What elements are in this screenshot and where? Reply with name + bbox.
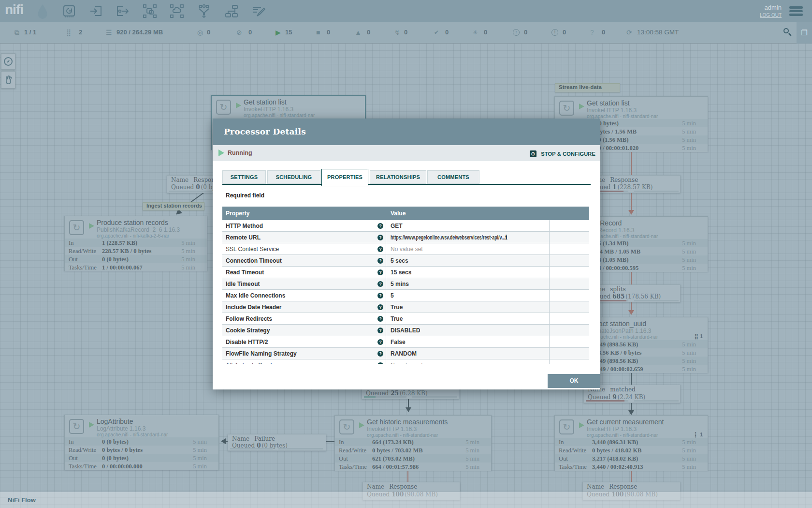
question-icon: ? — [590, 29, 594, 36]
list-icon: ☰ — [106, 29, 112, 36]
property-row-disable-http2: Disable HTTP/2?False — [222, 336, 589, 348]
connection-failure[interactable]: NameFailure Queued0(0 bytes) — [228, 434, 326, 451]
processor-icon: ↻ — [216, 100, 231, 115]
tab-scheduling[interactable]: SCHEDULING — [267, 170, 320, 184]
gear-icon: ⚙ — [530, 150, 536, 157]
help-icon[interactable]: ? — [377, 281, 383, 287]
property-row-follow-redirects: Follow Redirects?True — [222, 313, 589, 325]
running-status-text: Running — [228, 149, 252, 156]
tab-underline — [222, 184, 591, 185]
help-icon[interactable]: ? — [377, 235, 383, 240]
running-icon — [579, 104, 584, 109]
running-status-icon — [218, 149, 224, 156]
processor-get-current-measurement[interactable]: ↻ Get current measurement InvokeHTTP 1.1… — [554, 415, 708, 470]
label-stream-live-data[interactable]: Stream live-data — [555, 83, 620, 92]
property-row-http-method: HTTP Method?GET — [222, 220, 589, 232]
processor-log-attribute[interactable]: ↻ LogAttribute LogAttribute 1.16.3 org.a… — [64, 415, 219, 470]
label-text: Ingest station records — [146, 203, 202, 209]
running-icon: ▶ — [276, 29, 281, 36]
operate-palette[interactable] — [1, 71, 15, 89]
running-icon — [579, 422, 584, 428]
help-icon[interactable]: ? — [377, 223, 383, 229]
property-row-idle-timeout: Idle Timeout?5 mins — [222, 278, 589, 290]
transmitting-icon: ◎ — [197, 29, 203, 36]
tab-properties[interactable]: PROPERTIES — [321, 169, 368, 186]
label-component-icon[interactable] — [252, 4, 265, 18]
processor-icon: ↻ — [339, 419, 354, 434]
output-port-component-icon[interactable] — [116, 4, 130, 18]
nifi-drop-icon — [37, 4, 48, 19]
help-icon[interactable]: ? — [377, 269, 383, 275]
check-icon: ✔ — [434, 29, 439, 36]
tasks-badge: ⡇ 1 — [695, 432, 703, 438]
exclamation-circle-icon: ! — [551, 29, 558, 36]
asterisk-icon: ✳ — [473, 29, 478, 36]
footer-bar: NiFi Flow — [0, 492, 812, 508]
stop-and-configure-button[interactable]: ⚙ STOP & CONFIGURE — [530, 149, 595, 157]
label-text: Stream live-data — [559, 84, 602, 90]
tab-settings[interactable]: SETTINGS — [222, 170, 266, 184]
property-row-flowfile-naming: FlowFile Naming Strategy?RANDOM — [222, 348, 589, 359]
help-icon[interactable]: ? — [377, 258, 383, 264]
help-icon[interactable]: ? — [377, 351, 383, 357]
birdseye-icon — [3, 57, 13, 66]
help-icon[interactable]: ? — [377, 328, 383, 333]
property-row-include-date-header: Include Date Header?True — [222, 301, 589, 313]
processor-icon: ↻ — [559, 419, 574, 434]
logout-link[interactable]: LOG OUT — [760, 13, 782, 18]
property-row-cookie-strategy: Cookie Strategy?DISABLED — [222, 325, 589, 336]
help-icon[interactable]: ? — [377, 339, 383, 345]
table-header: Property Value — [222, 207, 589, 220]
arrow-up-circle-icon: ↑ — [513, 29, 520, 36]
tab-relationships[interactable]: RELATIONSHIPS — [370, 170, 426, 184]
processor-get-historic-measurements[interactable]: ↻ Get historic measurements InvokeHTTP 1… — [334, 415, 492, 470]
table-body: HTTP Method?GET Remote URL?https://www.p… — [222, 220, 589, 364]
side-panel-toggle[interactable]: ❐ — [797, 22, 812, 44]
processor-icon: ↻ — [69, 220, 84, 235]
status-bar: ⧉1 / 1 ⣿2 ☰920 / 264.29 MB ◎0 ⊘0 ▶15 ■0 … — [0, 22, 812, 44]
nifi-app: Stream live-data Ingest station records … — [0, 0, 812, 508]
breadcrumb[interactable]: NiFi Flow — [8, 496, 36, 504]
processor-icon: ↻ — [559, 101, 574, 116]
nifi-logo: nifi — [5, 2, 23, 17]
remote-process-group-component-icon[interactable] — [170, 4, 184, 18]
hand-icon — [3, 75, 13, 85]
global-menu-icon[interactable] — [789, 6, 803, 16]
processor-details-dialog: Processor Details Running ⚙ STOP & CONFI… — [213, 119, 600, 389]
search-icon[interactable] — [783, 28, 789, 33]
input-port-component-icon[interactable] — [89, 4, 103, 18]
property-row-attributes-to-send: Attributes to Send?No value set — [222, 359, 589, 364]
processor-produce-station-records[interactable]: ↻ Produce station records PublishKafkaRe… — [64, 216, 207, 271]
process-group-component-icon[interactable] — [143, 4, 157, 18]
ok-button[interactable]: OK — [548, 374, 600, 388]
processor-icon: ↻ — [69, 419, 84, 434]
refresh-icon: ⟳ — [626, 29, 632, 36]
properties-table: Property Value HTTP Method?GET Remote UR… — [222, 207, 589, 364]
not-transmitting-icon: ⊘ — [236, 29, 242, 36]
running-icon — [236, 103, 241, 108]
template-component-icon[interactable] — [225, 4, 238, 18]
property-row-connection-timeout: Connection Timeout?5 secs — [222, 255, 589, 267]
help-icon[interactable]: ? — [377, 304, 383, 310]
processor-component-icon[interactable] — [62, 4, 76, 18]
help-icon[interactable]: ? — [377, 362, 383, 364]
grid-icon: ⣿ — [66, 29, 71, 36]
help-icon[interactable]: ? — [377, 316, 383, 322]
dialog-header: Processor Details — [213, 119, 600, 145]
dialog-title: Processor Details — [224, 127, 306, 136]
panel-icon: ❐ — [801, 29, 807, 37]
dialog-status-strip: Running ⚙ STOP & CONFIGURE — [213, 145, 600, 161]
running-icon — [359, 422, 364, 428]
help-icon[interactable]: ? — [377, 293, 383, 299]
required-field-note: Required field — [226, 192, 264, 199]
label-ingest-station-records[interactable]: Ingest station records — [143, 202, 204, 210]
property-row-max-idle-connections: Max Idle Connections?5 — [222, 290, 589, 301]
help-icon[interactable]: ? — [377, 246, 383, 252]
stopped-icon: ■ — [316, 29, 320, 36]
info-icon[interactable]: i — [505, 234, 508, 241]
tab-comments[interactable]: COMMENTS — [427, 170, 479, 184]
user-name: admin — [765, 4, 782, 11]
property-row-remote-url: Remote URL?https://www.pegelonline.wsv.d… — [222, 232, 589, 243]
navigate-palette[interactable] — [1, 53, 15, 70]
funnel-component-icon[interactable] — [197, 4, 211, 18]
